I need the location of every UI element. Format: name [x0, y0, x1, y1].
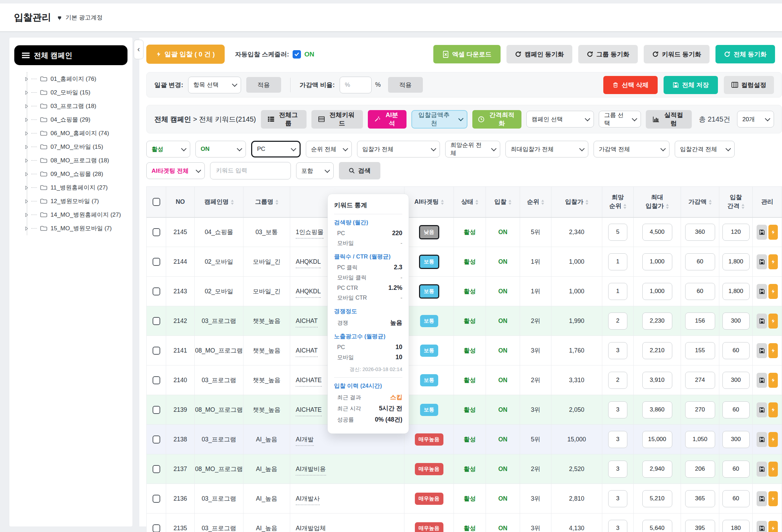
status-filter[interactable]: 활성 [146, 141, 190, 157]
row-save-button[interactable] [757, 314, 767, 329]
row-bid-now-button[interactable] [768, 402, 778, 417]
select-all-header[interactable] [147, 187, 166, 217]
col-ai-targeting[interactable]: AI타겟팅 [404, 187, 454, 217]
row-save-button[interactable] [757, 343, 767, 358]
col-status[interactable]: 상태 [454, 187, 486, 217]
bid-interval-input[interactable] [722, 313, 750, 330]
row-save-button[interactable] [757, 521, 767, 532]
bid-interval-input[interactable] [722, 401, 750, 418]
ratio-input[interactable] [340, 77, 372, 93]
col-campaign[interactable]: 캠페인명 [195, 187, 243, 217]
ai-targeting-badge[interactable]: 보통 [419, 284, 439, 299]
max-bid-input[interactable] [642, 431, 672, 448]
sync-all-button[interactable]: 전체 동기화 [715, 45, 775, 63]
interval-filter[interactable]: 입찰간격 전체 [675, 141, 735, 157]
expander-icon[interactable] [25, 118, 28, 122]
campaign-tree-item[interactable]: 03_프로그램 (18) [25, 99, 127, 113]
campaign-tree-item[interactable]: 15_MO_병원모바일 (7) [25, 222, 127, 235]
ai-analysis-button[interactable]: AI분석 [368, 110, 407, 129]
row-bid-now-button[interactable] [768, 462, 778, 477]
bulk-apply-button[interactable]: 적용 [246, 77, 281, 93]
row-save-button[interactable] [757, 254, 767, 269]
max-bid-input[interactable] [642, 342, 672, 359]
row-checkbox[interactable] [153, 524, 160, 532]
ai-targeting-badge[interactable]: 보통 [420, 374, 438, 386]
sidebar-collapse-button[interactable]: ‹ [134, 40, 144, 59]
adjust-amount-input[interactable] [685, 401, 715, 418]
campaign-tree-item[interactable]: 14_MO_병원홈페이지 (27) [25, 208, 127, 222]
hope-rank-input[interactable] [608, 224, 627, 241]
campaign-tree-item[interactable]: 12_병원모바일 (7) [25, 194, 127, 208]
expander-icon[interactable] [25, 159, 28, 163]
max-bid-input[interactable] [642, 490, 672, 507]
hope-rank-input[interactable] [608, 431, 627, 448]
bulk-bid-button[interactable]: 일괄 입찰 ( 0 건 ) [146, 45, 225, 64]
keyword-link[interactable]: AICHATE [296, 377, 322, 387]
row-checkbox[interactable] [153, 495, 160, 503]
bulk-item-select[interactable]: 항목 선택 [188, 77, 241, 93]
adjust-amount-input[interactable] [685, 224, 715, 241]
hope-rank-input[interactable] [608, 490, 627, 507]
bid-price-filter[interactable]: 입찰가 전체 [357, 141, 440, 157]
ai-targeting-badge[interactable]: 매우높음 [415, 493, 443, 505]
delete-selected-button[interactable]: 선택 삭제 [603, 76, 658, 94]
row-bid-now-button[interactable] [768, 491, 778, 506]
ai-targeting-badge[interactable]: 매우높음 [415, 433, 443, 446]
hope-rank-input[interactable] [608, 313, 627, 330]
sync-group-button[interactable]: 그룹 동기화 [578, 45, 638, 63]
row-save-button[interactable] [757, 432, 767, 447]
max-bid-input[interactable] [642, 283, 672, 300]
ai-targeting-badge[interactable]: 매우높음 [415, 522, 443, 532]
all-groups-button[interactable]: 전체그룹 [261, 110, 307, 129]
adjust-amount-input[interactable] [685, 372, 715, 389]
adjust-amount-input[interactable] [685, 461, 715, 478]
hope-rank-input[interactable] [608, 401, 627, 418]
expander-icon[interactable] [25, 199, 28, 203]
col-interval[interactable]: 입찰간격 [719, 187, 753, 217]
hope-rank-filter[interactable]: 희망순위 전체 [445, 141, 500, 157]
keyword-link[interactable]: AICHAT [296, 317, 318, 327]
row-save-button[interactable] [757, 225, 767, 240]
all-campaigns-button[interactable]: 전체 캠페인 [14, 45, 127, 65]
col-max-bid[interactable]: 최대입찰가 [634, 187, 681, 217]
row-save-button[interactable] [757, 462, 767, 477]
campaign-select[interactable]: 캠페인 선택 [526, 111, 594, 128]
campaign-tree-item[interactable]: 06_MO_홈페이지 (74) [25, 126, 127, 140]
expander-icon[interactable] [25, 186, 28, 190]
performance-columns-button[interactable]: 실적컬럼 [646, 110, 692, 129]
select-all-checkbox[interactable] [153, 198, 160, 206]
row-save-button[interactable] [757, 402, 767, 417]
expander-icon[interactable] [25, 226, 28, 231]
adjust-amount-input[interactable] [685, 342, 715, 359]
max-bid-filter[interactable]: 최대입찰가 전체 [505, 141, 588, 157]
keyword-link[interactable]: AHQKDL [296, 288, 321, 298]
hope-rank-input[interactable] [608, 520, 627, 532]
sync-campaign-button[interactable]: 캠페인 동기화 [506, 45, 572, 63]
campaign-tree-item[interactable]: 11_병원홈페이지 (27) [25, 181, 127, 194]
row-checkbox[interactable] [153, 228, 160, 236]
adjust-amount-input[interactable] [685, 313, 715, 330]
row-bid-now-button[interactable] [768, 284, 778, 299]
bid-interval-input[interactable] [722, 224, 750, 241]
row-save-button[interactable] [757, 491, 767, 506]
col-bid-price[interactable]: 입찰가 [551, 187, 602, 217]
campaign-tree-item[interactable]: 04_쇼핑몰 (29) [25, 113, 127, 126]
max-bid-input[interactable] [642, 253, 672, 270]
keyword-link[interactable]: AI개발비용 [296, 465, 326, 476]
adjust-filter[interactable]: 가감액 전체 [594, 141, 669, 157]
row-checkbox[interactable] [153, 347, 160, 355]
expander-icon[interactable] [25, 77, 28, 81]
bid-interval-input[interactable] [722, 490, 750, 507]
bid-interval-input[interactable] [722, 253, 750, 270]
expander-icon[interactable] [25, 145, 28, 149]
row-bid-now-button[interactable] [768, 373, 778, 388]
row-checkbox[interactable] [153, 317, 160, 325]
interval-optimize-button[interactable]: 간격최적화 [472, 110, 521, 129]
hope-rank-input[interactable] [608, 283, 627, 300]
ai-targeting-badge[interactable]: 낮음 [419, 225, 439, 239]
campaign-tree-item[interactable]: 08_MO_프로그램 (18) [25, 154, 127, 167]
max-bid-input[interactable] [642, 224, 672, 241]
match-type-select[interactable]: 포함 [296, 162, 334, 179]
campaign-tree-item[interactable]: 02_모바일 (15) [25, 86, 127, 99]
expander-icon[interactable] [25, 172, 28, 176]
